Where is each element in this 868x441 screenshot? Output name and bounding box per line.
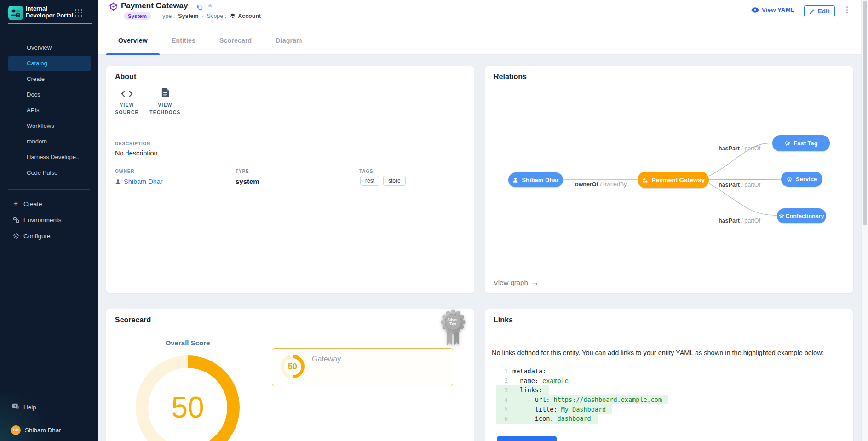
sidebar-environments-button[interactable]: Environments: [0, 212, 98, 228]
overall-score-value: 50: [171, 390, 204, 424]
sidebar-configure-label: Configure: [23, 233, 51, 240]
scorecard-card: Scorecard Overall Score 50 50 Gateway Si…: [106, 309, 475, 441]
tier-badge-line2: Tier: [449, 321, 457, 326]
view-source-label-2: SOURCE: [106, 109, 148, 116]
code-icon: [106, 86, 148, 97]
tab-scorecard[interactable]: Scorecard: [207, 26, 264, 55]
gateway-score-value: 50: [288, 362, 297, 372]
graph-node-fast-tag[interactable]: Fast Tag: [772, 135, 830, 151]
scope-label: Scope :: [207, 13, 226, 19]
graph-node-confectionary[interactable]: Confectionary: [777, 208, 826, 223]
nav-divider-bottom: [8, 189, 90, 190]
links-card: Links No links defined for this entity. …: [484, 309, 853, 441]
svg-text:?: ?: [14, 404, 17, 408]
chip-icon: [784, 140, 790, 146]
sidebar-item-harness-developer[interactable]: Harness Develope...: [8, 149, 91, 165]
meta-separator: ·: [154, 13, 156, 19]
page-scrollbar[interactable]: [861, 0, 868, 441]
overall-score-label: Overall Score: [155, 339, 220, 347]
gear-icon: [12, 232, 20, 240]
environments-icon: [12, 216, 20, 223]
about-card: About VIEW SOURCE VIEW TECHDOCS DESCRIPT…: [106, 66, 475, 293]
view-techdocs-button[interactable]: VIEW TECHDOCS: [144, 86, 186, 116]
edge-label-part-rel: hasPart: [719, 218, 740, 224]
graph-node-entity-label: Payment Gateway: [652, 177, 705, 183]
tag-chip-rest[interactable]: rest: [360, 176, 379, 186]
brand-title: Internal Developer Portal: [26, 5, 75, 19]
edge-label-haspart-2: hasPart / partOf: [719, 182, 760, 188]
sidebar-create-button[interactable]: + Create: [0, 196, 98, 212]
sidebar-item-overview[interactable]: Overview: [8, 40, 91, 56]
sidebar-environments-label: Environments: [23, 217, 62, 223]
tab-entities[interactable]: Entities: [160, 26, 207, 55]
links-title: Links: [494, 316, 513, 324]
links-empty-text: No links defined for this entity. You ca…: [492, 349, 853, 356]
user-menu[interactable]: SD Shibam Dhar: [0, 422, 98, 438]
code-line-5: 5title:My Dashboard: [496, 404, 612, 414]
sidebar-item-workflows[interactable]: Workflows: [8, 118, 91, 134]
star-icon[interactable]: ★: [207, 1, 213, 10]
edge-label-part-rel: hasPart: [719, 182, 740, 188]
overall-score-donut: 50: [136, 355, 240, 441]
edge-label-part-rel: hasPart: [719, 145, 740, 152]
help-icon: ?: [12, 403, 20, 411]
gateway-score-donut: 50: [281, 355, 305, 378]
graph-node-confectionary-label: Confectionary: [785, 213, 824, 219]
plus-icon: +: [12, 200, 20, 208]
edge-label-part-inverse: / partOf: [740, 145, 760, 152]
page-title: Payment Gateway: [121, 1, 188, 11]
tab-diagram[interactable]: Diagram: [264, 26, 314, 55]
tag-chips: rest store: [360, 176, 406, 186]
sidebar-item-create[interactable]: Create: [8, 71, 91, 87]
copy-icon[interactable]: [197, 4, 203, 10]
sidebar-item-code-pulse[interactable]: Code Pulse: [8, 165, 91, 181]
code-line-2: 2name:example: [496, 376, 575, 386]
edit-label: Edit: [818, 8, 830, 15]
sidebar-item-apis[interactable]: APIs: [8, 103, 91, 118]
graph-node-owner-label: Shibam Dhar: [522, 177, 558, 183]
module-grid-icon[interactable]: [75, 9, 83, 17]
view-techdocs-label-1: VIEW: [144, 102, 186, 109]
kind-badge: System: [124, 12, 151, 20]
links-back-button[interactable]: Back: [497, 436, 557, 441]
person-icon: [512, 177, 518, 183]
type-field-label: TYPE: [236, 169, 249, 174]
code-line-6: 6icon:dashboard: [496, 414, 598, 424]
chip-icon: [787, 176, 793, 182]
about-title: About: [115, 73, 136, 81]
type-label: Type :: [159, 13, 175, 19]
pencil-icon: [810, 8, 816, 14]
graph-node-owner[interactable]: Shibam Dhar: [508, 172, 563, 187]
meta-separator: ·: [202, 13, 204, 19]
graph-node-payment-gateway[interactable]: Payment Gateway: [638, 172, 709, 188]
tab-overview[interactable]: Overview: [106, 26, 160, 55]
scope-value: Account: [238, 13, 261, 19]
view-graph-link[interactable]: View graph →: [494, 279, 539, 286]
kebab-menu-icon[interactable]: [844, 6, 850, 17]
sidebar-configure-button[interactable]: Configure: [0, 228, 98, 244]
graph-node-service[interactable]: Service: [781, 172, 822, 187]
scrollbar-thumb[interactable]: [863, 1, 867, 225]
view-source-button[interactable]: VIEW SOURCE: [106, 86, 148, 116]
description-value: No description: [115, 149, 158, 157]
eye-icon: [751, 7, 759, 13]
chip-icon: [779, 213, 784, 219]
owner-name: Shibam Dhar: [124, 178, 163, 185]
help-button[interactable]: ? Help: [0, 399, 98, 415]
scorecard-gateway-card[interactable]: 50 Gateway: [272, 348, 453, 386]
edit-button[interactable]: Edit: [804, 5, 835, 17]
sidebar-item-catalog[interactable]: Catalog: [8, 56, 91, 71]
edge-label-haspart-1: hasPart / partOf: [719, 145, 760, 152]
gateway-score-name: Gateway: [312, 355, 341, 363]
owner-link[interactable]: Shibam Dhar: [115, 178, 163, 185]
tag-chip-store[interactable]: store: [383, 176, 406, 186]
sidebar-item-random[interactable]: random: [8, 134, 91, 149]
sidebar-nav: Overview Catalog Create Docs APIs Workfl…: [8, 40, 91, 181]
edge-label-owner-inverse: / ownedBy: [598, 181, 627, 188]
edge-label-part-inverse: / partOf: [740, 182, 760, 188]
code-line-1: 1metadata:: [496, 367, 552, 376]
sidebar-item-docs[interactable]: Docs: [8, 87, 91, 103]
tags-label: TAGS: [359, 169, 373, 174]
nav-divider-top: [22, 37, 74, 37]
view-yaml-button[interactable]: View YAML: [751, 6, 794, 13]
